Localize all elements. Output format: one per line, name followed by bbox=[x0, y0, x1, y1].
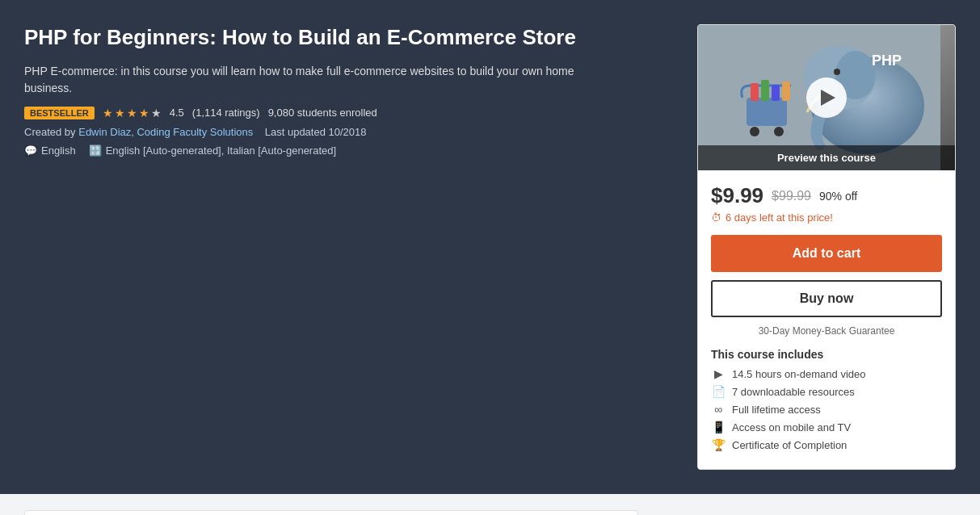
svg-point-4 bbox=[834, 69, 840, 75]
star-4: ★ bbox=[139, 107, 149, 119]
ratings-count: (1,114 ratings) bbox=[192, 107, 260, 119]
rating-value: 4.5 bbox=[170, 107, 184, 119]
svg-point-8 bbox=[774, 127, 784, 136]
include-certificate-text: Certificate of Completion bbox=[732, 439, 847, 451]
main-content: What you'll learn ✓ At the end you will … bbox=[0, 494, 662, 515]
guarantee-text: 30-Day Money-Back Guarantee bbox=[711, 325, 942, 337]
language-item: 💬 English bbox=[24, 144, 76, 157]
svg-rect-9 bbox=[751, 83, 759, 101]
course-title: PHP for Beginners: How to Build an E-Com… bbox=[24, 24, 622, 52]
includes-title: This course includes bbox=[711, 348, 942, 361]
include-certificate: 🏆 Certificate of Completion bbox=[711, 438, 942, 451]
star-2: ★ bbox=[115, 107, 125, 119]
include-resources-text: 7 downloadable resources bbox=[732, 386, 855, 398]
play-triangle-icon bbox=[821, 90, 835, 106]
discount-percentage: 90% off bbox=[819, 190, 857, 203]
language-text: English bbox=[41, 144, 76, 157]
meta-row: BESTSELLER ★ ★ ★ ★ ★ 4.5 (1,114 ratings)… bbox=[24, 107, 622, 119]
include-video: ▶ 14.5 hours on-demand video bbox=[711, 367, 942, 380]
captions-text: English [Auto-generated], Italian [Auto-… bbox=[106, 144, 336, 157]
video-icon: ▶ bbox=[711, 367, 726, 380]
course-sidebar-card: PHP Preview this course bbox=[697, 24, 956, 470]
price-original: $99.99 bbox=[772, 189, 811, 203]
svg-point-7 bbox=[750, 127, 759, 136]
header-left: PHP for Beginners: How to Build an E-Com… bbox=[24, 24, 638, 157]
svg-rect-6 bbox=[747, 98, 787, 126]
svg-rect-10 bbox=[761, 80, 769, 101]
mobile-icon: 📱 bbox=[711, 421, 726, 433]
speech-icon: 💬 bbox=[24, 144, 37, 157]
star-1: ★ bbox=[103, 107, 113, 119]
creator-row: Created by Edwin Diaz, Coding Faculty So… bbox=[24, 126, 622, 138]
star-5-half: ★ bbox=[151, 107, 162, 119]
include-resources: 📄 7 downloadable resources bbox=[711, 385, 942, 398]
star-rating: ★ ★ ★ ★ ★ bbox=[103, 107, 162, 119]
creator-prefix: Created by bbox=[24, 126, 76, 138]
include-video-text: 14.5 hours on-demand video bbox=[732, 368, 866, 380]
svg-text:PHP: PHP bbox=[872, 52, 902, 69]
include-lifetime-text: Full lifetime access bbox=[732, 404, 821, 416]
trophy-icon: 🏆 bbox=[711, 438, 726, 451]
learn-box: What you'll learn ✓ At the end you will … bbox=[24, 510, 638, 515]
enrolled-count: 9,080 students enrolled bbox=[268, 107, 377, 119]
play-button[interactable] bbox=[806, 77, 847, 118]
captions-item: 🔡 English [Auto-generated], Italian [Aut… bbox=[89, 144, 336, 157]
cc-icon: 🔡 bbox=[89, 144, 102, 157]
svg-rect-12 bbox=[782, 82, 790, 101]
infinity-icon: ∞ bbox=[711, 403, 726, 416]
bestseller-badge: BESTSELLER bbox=[24, 107, 95, 119]
price-row: $9.99 $99.99 90% off bbox=[711, 183, 942, 208]
preview-thumbnail[interactable]: PHP Preview this course bbox=[698, 25, 955, 170]
creator-link[interactable]: Edwin Diaz, Coding Faculty Solutions bbox=[78, 126, 253, 138]
countdown-text: 6 days left at this price! bbox=[726, 211, 833, 224]
clock-icon: ⏱ bbox=[711, 211, 721, 224]
preview-label[interactable]: Preview this course bbox=[698, 145, 955, 170]
star-3: ★ bbox=[127, 107, 137, 119]
include-mobile-text: Access on mobile and TV bbox=[732, 421, 851, 433]
price-current: $9.99 bbox=[711, 183, 763, 208]
includes-section: This course includes ▶ 14.5 hours on-dem… bbox=[711, 348, 942, 451]
include-lifetime: ∞ Full lifetime access bbox=[711, 403, 942, 416]
course-subtitle: PHP E-commerce: in this course you will … bbox=[24, 63, 622, 97]
course-header: PHP for Beginners: How to Build an E-Com… bbox=[0, 0, 980, 494]
include-mobile: 📱 Access on mobile and TV bbox=[711, 421, 942, 433]
download-icon: 📄 bbox=[711, 385, 726, 398]
lang-row: 💬 English 🔡 English [Auto-generated], It… bbox=[24, 144, 622, 157]
add-to-cart-button[interactable]: Add to cart bbox=[711, 235, 942, 272]
last-updated: Last updated 10/2018 bbox=[265, 126, 367, 138]
card-body: $9.99 $99.99 90% off ⏱ 6 days left at th… bbox=[698, 170, 955, 469]
svg-rect-11 bbox=[772, 85, 780, 101]
countdown-timer: ⏱ 6 days left at this price! bbox=[711, 211, 942, 224]
buy-now-button[interactable]: Buy now bbox=[711, 280, 942, 317]
